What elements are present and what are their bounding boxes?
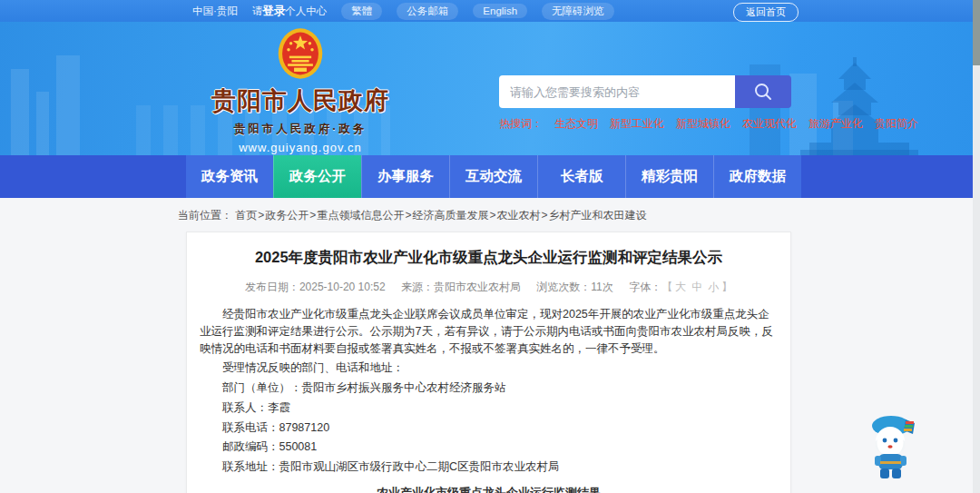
font-size-control: 字体：【大中小】: [629, 281, 732, 293]
building-silhouette: [11, 69, 29, 155]
font-bracket-open: 【: [662, 281, 672, 293]
search-box: [499, 75, 791, 108]
official-mailbox-link[interactable]: 公务邮箱: [397, 3, 458, 20]
login-personal-center-link[interactable]: 请登录个人中心: [252, 4, 328, 19]
national-emblem-icon: [277, 27, 324, 80]
font-size-label: 字体：: [629, 281, 662, 293]
nav-item-zhengwu-zixun[interactable]: 政务资讯: [186, 155, 273, 198]
accessibility-link[interactable]: 无障碍浏览: [542, 3, 614, 20]
english-link[interactable]: English: [473, 4, 527, 18]
breadcrumb: 当前位置： 首页>政务公开>重点领域信息公开>经济高质量发展>农业农村>乡村产业…: [178, 208, 980, 223]
postal-code: 邮政编码：550081: [200, 439, 778, 456]
vertical-scrollbar[interactable]: [973, 0, 980, 493]
hot-word-link[interactable]: 旅游产业化: [808, 116, 863, 132]
breadcrumb-current[interactable]: 乡村产业和农田建设: [548, 209, 646, 222]
topbar-links: 中国·贵阳 请登录个人中心 繁體 公务邮箱 English 无障碍浏览: [192, 3, 614, 20]
breadcrumb-separator: >: [489, 209, 495, 222]
article-source: 来源：贵阳市农业农村局: [401, 281, 521, 293]
breadcrumb-separator: >: [405, 209, 411, 222]
font-small-button[interactable]: 小: [708, 281, 719, 293]
breadcrumb-separator: >: [258, 209, 264, 222]
login-prefix: 请: [252, 5, 263, 16]
contact-address: 联系地址：贵阳市观山湖区市级行政中心二期C区贵阳市农业农村局: [200, 458, 778, 476]
article-meta: 发布日期：2025-10-20 10:52 来源：贵阳市农业农村局 浏览次数：1…: [200, 280, 778, 295]
result-table-caption: 农业产业化市级重点龙头企业运行监测结果: [200, 485, 778, 493]
view-count: 浏览次数：11次: [536, 281, 612, 293]
hot-search-label: 热搜词：: [499, 116, 543, 132]
building-silhouette: [36, 92, 49, 155]
region-link[interactable]: 中国·贵阳: [192, 5, 238, 18]
site-logo[interactable]: 贵阳市人民政府 贵阳市人民政府·政务 www.guiyang.gov.cn: [205, 27, 396, 154]
mascot-widget[interactable]: [862, 410, 922, 485]
scrollbar-thumb[interactable]: [973, 0, 980, 65]
login-link[interactable]: 登录: [262, 5, 285, 17]
breadcrumb-link[interactable]: 农业农村: [496, 209, 540, 222]
site-title: 贵阳市人民政府: [205, 84, 396, 117]
article-card: 2025年度贵阳市农业产业化市级重点龙头企业运行监测和评定结果公示 发布日期：2…: [186, 232, 791, 493]
main-navigation: 政务资讯 政务公开 办事服务 互动交流 长者版 精彩贵阳 政府数据: [0, 155, 980, 198]
guiyang-mascot-icon: [862, 410, 922, 481]
jiaxiu-tower-silhouette-icon: [800, 55, 918, 155]
breadcrumb-separator: >: [309, 209, 316, 222]
breadcrumb-label: 当前位置：: [178, 209, 232, 222]
traditional-chinese-link[interactable]: 繁體: [341, 3, 382, 20]
hot-word-link[interactable]: 贵阳简介: [875, 116, 918, 132]
nav-item-banshi-fuwu[interactable]: 办事服务: [361, 155, 449, 198]
search-icon: [753, 82, 773, 102]
nav-item-zhengwu-gongkai[interactable]: 政务公开: [273, 155, 361, 198]
contact-department: 部门（单位）：贵阳市乡村振兴服务中心农村经济服务站: [200, 380, 778, 397]
hot-word-link[interactable]: 新型工业化: [610, 116, 664, 132]
building-silhouette: [56, 55, 80, 155]
breadcrumb-separator: >: [541, 209, 547, 222]
article-paragraph: 受理情况反映的部门、电话和地址：: [200, 360, 778, 377]
breadcrumb-home[interactable]: 首页: [235, 209, 257, 222]
page: 中国·贵阳 请登录个人中心 繁體 公务邮箱 English 无障碍浏览 返回首页: [0, 0, 980, 493]
breadcrumb-link[interactable]: 政务公开: [265, 209, 309, 222]
contact-person: 联系人：李霞: [200, 399, 778, 417]
site-subtitle: 贵阳市人民政府·政务: [205, 122, 396, 137]
search-input[interactable]: [499, 75, 735, 108]
login-suffix: 个人中心: [285, 5, 327, 16]
nav-item-hudong-jiaoliu[interactable]: 互动交流: [449, 155, 537, 198]
nav-item-jingcai-guiyang[interactable]: 精彩贵阳: [625, 155, 713, 198]
search-button[interactable]: [735, 75, 791, 108]
return-home-button[interactable]: 返回首页: [733, 3, 799, 22]
breadcrumb-link[interactable]: 经济高质量发展: [412, 209, 488, 222]
top-utility-bar: 中国·贵阳 请登录个人中心 繁體 公务邮箱 English 无障碍浏览 返回首页: [0, 0, 980, 22]
font-medium-button[interactable]: 中: [691, 281, 702, 293]
hot-word-link[interactable]: 新型城镇化: [676, 116, 730, 132]
font-large-button[interactable]: 大: [675, 281, 686, 293]
font-bracket-close: 】: [721, 281, 732, 293]
nav-item-zhangzheban[interactable]: 长者版: [537, 155, 625, 198]
hot-word-link[interactable]: 生态文明: [554, 116, 598, 132]
article-title: 2025年度贵阳市农业产业化市级重点龙头企业运行监测和评定结果公示: [200, 248, 778, 268]
site-banner: 贵阳市人民政府 贵阳市人民政府·政务 www.guiyang.gov.cn 热搜…: [0, 22, 980, 155]
site-url: www.guiyang.gov.cn: [205, 141, 396, 154]
hot-word-link[interactable]: 农业现代化: [742, 116, 797, 132]
publish-date: 发布日期：2025-10-20 10:52: [245, 281, 386, 293]
search-area: 热搜词： 生态文明 新型工业化 新型城镇化 农业现代化 旅游产业化 贵阳简介: [499, 75, 791, 132]
article-paragraph: 经贵阳市农业产业化市级重点龙头企业联席会议成员单位审定，现对2025年开展的农业…: [200, 306, 778, 357]
breadcrumb-link[interactable]: 重点领域信息公开: [317, 209, 404, 222]
article-body: 经贵阳市农业产业化市级重点龙头企业联席会议成员单位审定，现对2025年开展的农业…: [200, 306, 778, 476]
hot-search-words: 热搜词： 生态文明 新型工业化 新型城镇化 农业现代化 旅游产业化 贵阳简介: [499, 116, 791, 132]
contact-phone: 联系电话：87987120: [200, 419, 778, 437]
nav-item-zhengfu-shuju[interactable]: 政府数据: [713, 155, 801, 198]
